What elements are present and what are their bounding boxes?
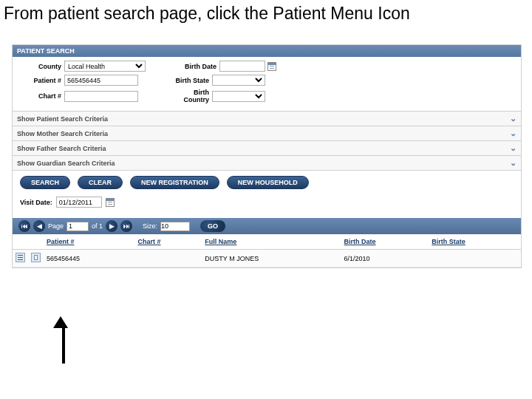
instruction-caption: From patient search page, click the Pati… bbox=[0, 0, 532, 38]
cell-patient-no: 565456445 bbox=[44, 250, 135, 267]
patient-doc-icon[interactable] bbox=[31, 253, 41, 262]
new-household-button[interactable]: NEW HOUSEHOLD bbox=[227, 176, 309, 189]
visit-date-row: Visit Date: bbox=[13, 192, 521, 214]
clear-button[interactable]: CLEAR bbox=[78, 176, 123, 189]
table-row: 565456445DUSTY M JONES6/1/2010 bbox=[13, 250, 521, 267]
last-page-button[interactable]: ⏭ bbox=[120, 220, 132, 232]
search-button[interactable]: SEARCH bbox=[20, 176, 70, 189]
birth-state-select[interactable] bbox=[212, 75, 265, 86]
birth-date-label: Birth Date bbox=[175, 63, 219, 70]
go-button[interactable]: GO bbox=[200, 220, 225, 232]
patient-no-label: Patient # bbox=[18, 77, 64, 84]
visit-date-input[interactable] bbox=[56, 197, 102, 208]
birth-state-label: Birth State bbox=[168, 77, 212, 84]
col-icon-2 bbox=[28, 234, 44, 250]
results-table: Patient # Chart # Full Name Birth Date B… bbox=[13, 234, 521, 267]
page-number-input[interactable] bbox=[66, 222, 89, 231]
col-icon-1 bbox=[13, 234, 28, 250]
title-bar: PATIENT SEARCH bbox=[13, 45, 521, 57]
pager-bar: ⏮ ◀ Page of 1 ▶ ⏭ Size: GO bbox=[13, 218, 521, 234]
col-full-name[interactable]: Full Name bbox=[202, 234, 341, 250]
chevron-down-icon: ⌄ bbox=[510, 129, 516, 137]
chevron-down-icon: ⌄ bbox=[510, 159, 516, 167]
patient-no-input[interactable] bbox=[64, 75, 138, 86]
action-row: SEARCH CLEAR NEW REGISTRATION NEW HOUSEH… bbox=[13, 171, 521, 192]
cell-birth-state bbox=[429, 250, 521, 267]
visit-date-label: Visit Date: bbox=[20, 199, 52, 206]
next-page-button[interactable]: ▶ bbox=[106, 220, 117, 232]
app-frame: PATIENT SEARCH County Local Health Birth… bbox=[12, 44, 522, 268]
calendar-icon[interactable] bbox=[267, 62, 276, 71]
search-form: County Local Health Birth Date Patient #… bbox=[13, 57, 521, 111]
accordion-label: Show Father Search Criteria bbox=[17, 145, 106, 152]
page-size-input[interactable] bbox=[160, 222, 190, 231]
accordion-header[interactable]: Show Mother Search Criteria⌄ bbox=[13, 126, 521, 141]
page-label: Page bbox=[48, 222, 64, 230]
col-patient-no[interactable]: Patient # bbox=[44, 234, 135, 250]
chevron-down-icon: ⌄ bbox=[510, 144, 516, 152]
col-chart-no[interactable]: Chart # bbox=[135, 234, 202, 250]
accordion-label: Show Mother Search Criteria bbox=[17, 130, 108, 137]
cell-chart-no bbox=[135, 250, 202, 267]
accordion-group: Show Patient Search Criteria⌄Show Mother… bbox=[13, 111, 521, 171]
county-select[interactable]: Local Health bbox=[64, 61, 146, 72]
calendar-icon[interactable] bbox=[106, 198, 115, 207]
birth-country-label: Birth Country bbox=[168, 89, 212, 103]
accordion-header[interactable]: Show Guardian Search Criteria⌄ bbox=[13, 156, 521, 171]
birth-date-input[interactable] bbox=[219, 61, 265, 72]
chart-no-label: Chart # bbox=[18, 92, 64, 100]
cell-birth-date: 6/1/2010 bbox=[341, 250, 429, 267]
page-of-label: of 1 bbox=[92, 222, 103, 230]
page-size-label: Size: bbox=[143, 222, 157, 230]
accordion-label: Show Guardian Search Criteria bbox=[17, 160, 115, 167]
accordion-header[interactable]: Show Father Search Criteria⌄ bbox=[13, 141, 521, 156]
new-registration-button[interactable]: NEW REGISTRATION bbox=[130, 176, 219, 189]
prev-page-button[interactable]: ◀ bbox=[33, 220, 45, 232]
col-birth-state[interactable]: Birth State bbox=[429, 234, 521, 250]
col-birth-date[interactable]: Birth Date bbox=[341, 234, 429, 250]
cell-full-name: DUSTY M JONES bbox=[202, 250, 341, 267]
accordion-header[interactable]: Show Patient Search Criteria⌄ bbox=[13, 112, 521, 126]
accordion-label: Show Patient Search Criteria bbox=[17, 115, 108, 123]
chart-no-input[interactable] bbox=[64, 91, 138, 102]
first-page-button[interactable]: ⏮ bbox=[18, 220, 30, 232]
arrow-annotation bbox=[59, 316, 68, 364]
birth-country-select[interactable] bbox=[212, 91, 265, 102]
patient-menu-icon[interactable] bbox=[16, 253, 25, 262]
chevron-down-icon: ⌄ bbox=[510, 115, 516, 123]
county-label: County bbox=[18, 63, 64, 70]
